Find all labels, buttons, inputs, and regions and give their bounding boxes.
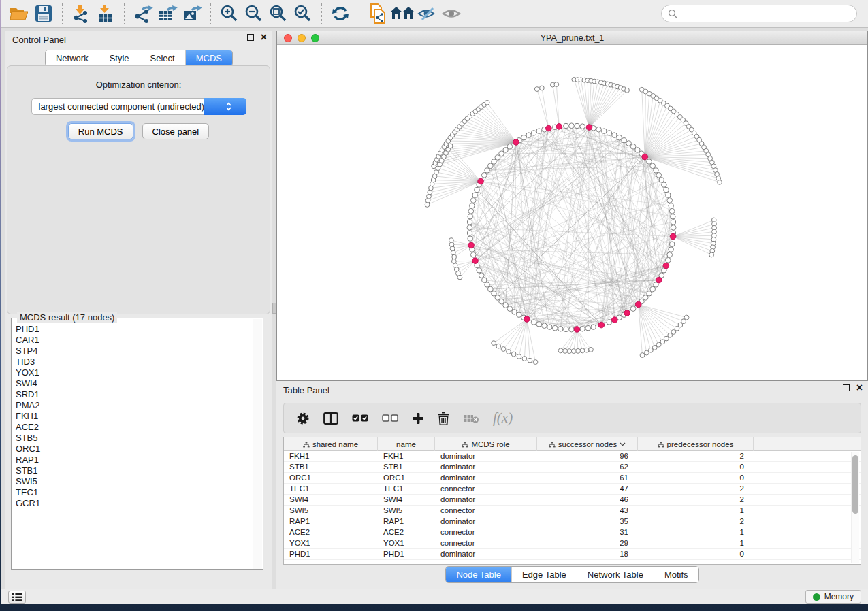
cell-successor-nodes[interactable]: 61 (537, 473, 638, 483)
import-table-button[interactable] (93, 2, 118, 25)
mcds-result-item[interactable]: STB1 (13, 465, 252, 476)
export-image-button[interactable] (180, 2, 204, 25)
cell-name[interactable]: RAP1 (378, 516, 435, 527)
cell-predecessor-nodes[interactable]: 0 (638, 462, 754, 472)
share-network-file-button[interactable] (366, 2, 390, 25)
cell-shared-name[interactable]: ORC1 (284, 473, 378, 483)
cell-name[interactable]: SWI5 (378, 506, 435, 516)
select-all-button[interactable] (352, 414, 368, 423)
cell-predecessor-nodes[interactable]: 2 (638, 484, 754, 494)
cell-shared-name[interactable]: ACE2 (284, 527, 378, 538)
float-table-panel-icon[interactable] (843, 384, 850, 391)
mcds-result-item[interactable]: SWI5 (13, 476, 252, 487)
tab-style[interactable]: Style (99, 50, 140, 66)
tab-select[interactable]: Select (140, 50, 185, 66)
cell-mcds-role[interactable]: connector (435, 506, 537, 516)
column-header-successor-nodes[interactable]: successor nodes (537, 437, 638, 451)
deselect-all-button[interactable] (382, 414, 398, 423)
table-row[interactable]: STB1STB1dominator620 (284, 462, 861, 473)
cell-predecessor-nodes[interactable]: 2 (638, 451, 754, 461)
result-scrollbar[interactable] (253, 319, 262, 569)
cell-shared-name[interactable]: YOX1 (284, 538, 378, 548)
add-row-button[interactable] (412, 412, 424, 425)
table-row[interactable]: YOX1YOX1connector291 (284, 538, 861, 549)
open-file-button[interactable] (7, 2, 31, 25)
show-all-button[interactable] (439, 2, 464, 25)
cell-predecessor-nodes[interactable]: 0 (638, 473, 754, 483)
run-mcds-button[interactable]: Run MCDS (68, 123, 133, 139)
column-header-predecessor-nodes[interactable]: predecessor nodes (638, 437, 754, 451)
mcds-result-item[interactable]: FKH1 (13, 411, 252, 422)
mcds-result-item[interactable]: PMA2 (13, 400, 252, 411)
table-scrollbar[interactable] (851, 452, 859, 563)
cell-mcds-role[interactable]: dominator (435, 516, 537, 527)
table-row[interactable]: FKH1FKH1dominator962 (284, 451, 861, 462)
cell-predecessor-nodes[interactable]: 0 (638, 549, 754, 559)
table-row[interactable]: PHD1PHD1dominator180 (284, 549, 861, 560)
cell-shared-name[interactable]: PHD1 (284, 549, 378, 559)
hide-selected-button[interactable] (415, 2, 439, 25)
zoom-out-button[interactable] (242, 2, 266, 25)
cell-successor-nodes[interactable]: 31 (537, 527, 638, 538)
import-network-button[interactable] (69, 2, 93, 25)
table-tab-network-table[interactable]: Network Table (577, 567, 654, 582)
table-row[interactable]: RAP1RAP1dominator352 (284, 516, 861, 527)
cell-shared-name[interactable]: RAP1 (284, 516, 378, 527)
cell-mcds-role[interactable]: dominator (435, 473, 537, 483)
mcds-result-item[interactable]: ACE2 (13, 422, 252, 433)
cell-predecessor-nodes[interactable]: 2 (638, 495, 754, 505)
mcds-result-item[interactable]: STP4 (13, 346, 252, 357)
mcds-result-item[interactable]: PHD1 (13, 324, 252, 335)
cell-name[interactable]: PHD1 (378, 549, 435, 559)
mcds-result-item[interactable]: RAP1 (13, 455, 252, 465)
cell-predecessor-nodes[interactable]: 1 (638, 506, 754, 516)
memory-button[interactable]: Memory (805, 590, 861, 604)
tab-network[interactable]: Network (46, 50, 99, 66)
export-table-button[interactable] (155, 2, 180, 25)
cell-successor-nodes[interactable]: 47 (537, 484, 638, 494)
cell-shared-name[interactable]: FKH1 (284, 451, 378, 461)
cell-mcds-role[interactable]: connector (435, 527, 537, 538)
table-tab-motifs[interactable]: Motifs (654, 567, 698, 582)
network-graph[interactable] (277, 46, 867, 380)
mcds-result-item[interactable]: SWI4 (13, 378, 252, 389)
table-row[interactable]: SWI4SWI4dominator462 (284, 495, 861, 506)
cell-successor-nodes[interactable]: 96 (537, 451, 638, 461)
float-panel-icon[interactable] (247, 34, 254, 41)
mcds-result-item[interactable]: ORC1 (13, 444, 252, 455)
task-history-button[interactable] (8, 591, 26, 604)
close-panel-button[interactable]: Close panel (142, 123, 210, 139)
zoom-in-button[interactable] (217, 2, 242, 25)
mcds-result-item[interactable]: YOX1 (13, 367, 252, 378)
cell-name[interactable]: FKH1 (378, 451, 435, 461)
column-header-name[interactable]: name (378, 437, 435, 451)
refresh-view-button[interactable] (328, 2, 353, 25)
mcds-result-item[interactable]: CAR1 (13, 335, 252, 346)
cell-name[interactable]: STB1 (378, 462, 435, 472)
criterion-select[interactable]: largest connected component (undirected) (31, 98, 246, 115)
cell-mcds-role[interactable]: connector (435, 538, 537, 548)
cell-shared-name[interactable]: SWI4 (284, 495, 378, 505)
cell-name[interactable]: SWI4 (378, 495, 435, 505)
table-row[interactable]: ACE2ACE2connector311 (284, 527, 861, 538)
delete-row-button[interactable] (438, 412, 449, 425)
column-header-mcds-role[interactable]: MCDS role (435, 437, 537, 451)
cell-successor-nodes[interactable]: 29 (537, 538, 638, 548)
export-network-button[interactable] (131, 2, 155, 25)
mcds-result-item[interactable]: SRD1 (13, 389, 252, 400)
cell-mcds-role[interactable]: dominator (435, 451, 537, 461)
cell-shared-name[interactable]: TEC1 (284, 484, 378, 494)
zoom-fit-button[interactable] (266, 2, 291, 25)
network-canvas[interactable] (277, 46, 867, 380)
mcds-result-item[interactable]: TEC1 (13, 487, 252, 498)
cell-successor-nodes[interactable]: 43 (537, 506, 638, 516)
cell-name[interactable]: ORC1 (378, 473, 435, 483)
show-columns-button[interactable] (323, 412, 338, 425)
search-input[interactable] (678, 7, 856, 20)
table-row[interactable]: TEC1TEC1connector472 (284, 484, 861, 495)
mcds-result-item[interactable]: GCR1 (13, 498, 252, 509)
cell-predecessor-nodes[interactable]: 1 (638, 527, 754, 538)
mcds-result-item[interactable]: STB5 (13, 433, 252, 444)
settings-gear-button[interactable] (296, 412, 310, 425)
cell-mcds-role[interactable]: dominator (435, 549, 537, 559)
